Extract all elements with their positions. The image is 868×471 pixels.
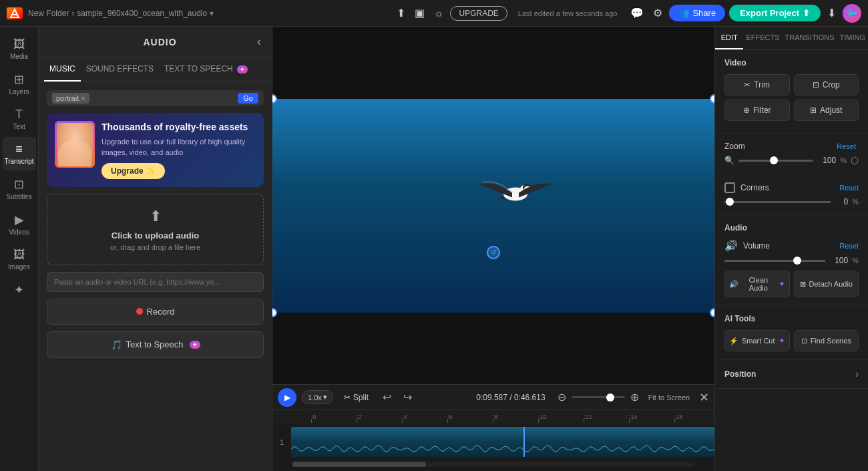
position-row: Position › <box>724 368 859 380</box>
text-to-speech-button[interactable]: 🎵 Text to Speech ✦ <box>47 331 264 358</box>
corners-thumb[interactable] <box>726 198 734 206</box>
position-chevron[interactable]: › <box>855 368 859 380</box>
chevron-down-icon[interactable]: ▾ <box>210 9 214 18</box>
zoom-timeline-track[interactable] <box>572 396 625 398</box>
upgrade-button[interactable]: UPGRADE <box>450 6 507 21</box>
detach-audio-button[interactable]: ⊠ Detach Audio <box>794 271 859 297</box>
clean-audio-button[interactable]: 🔊 Clean Audio ✦ <box>724 271 790 297</box>
trim-icon: ✂ <box>744 80 750 90</box>
handle-bottom-right[interactable] <box>710 308 714 317</box>
zoom-out-button[interactable]: ⊖ <box>558 391 566 404</box>
file-name[interactable]: sample_960x400_ocean_with_audio <box>77 9 207 18</box>
share-icon-btn[interactable]: ⬆ <box>394 4 408 22</box>
fit-screen-button[interactable]: Fit to Screen <box>644 391 694 404</box>
zoom-slider[interactable] <box>738 160 813 162</box>
redo-button[interactable]: ↪ <box>400 389 415 406</box>
share-button[interactable]: 👥 Share <box>669 5 725 21</box>
close-timeline-button[interactable]: ✕ <box>699 390 709 405</box>
sidebar-item-images[interactable]: 🖼 Images <box>3 243 36 276</box>
brightness-icon-btn[interactable]: ☼ <box>431 5 447 22</box>
tab-text-to-speech[interactable]: TEXT TO SPEECH ✦ <box>159 57 253 82</box>
zoom-reset[interactable]: Reset <box>837 142 856 150</box>
export-button[interactable]: Export Project ⬆ <box>729 5 821 21</box>
track-number: 1 <box>272 438 291 446</box>
timeline-zoom-controls: ⊖ ⊕ Fit to Screen ✕ <box>558 390 709 405</box>
sidebar-item-subtitles[interactable]: ⊡ Subtitles <box>3 172 36 206</box>
tool-row-trim-crop: ✂ Trim ⊡ Crop <box>724 74 859 96</box>
videos-icon: ▶ <box>15 212 24 227</box>
tab-timing[interactable]: TIMING <box>837 27 869 49</box>
panel-close-button[interactable]: ‹ <box>257 35 261 49</box>
volume-unit: % <box>852 257 859 265</box>
sidebar-item-transcript[interactable]: ≡ Transcript <box>3 137 36 170</box>
rotation-handle[interactable]: ↺ <box>487 246 500 259</box>
audio-section: Audio 🔊 Volume Reset 100 % 🔊 Clean Audio <box>715 215 868 306</box>
search-input[interactable] <box>93 94 234 103</box>
search-tag-close[interactable]: × <box>81 94 85 102</box>
smart-cut-button[interactable]: ⚡ Smart Cut ✦ <box>724 330 790 351</box>
play-button[interactable]: ▶ <box>278 388 296 407</box>
corners-label: Corners <box>740 183 834 192</box>
upload-sub: or, drag and drop a file here <box>110 243 200 251</box>
ruler-mark: :2 <box>357 414 402 420</box>
avatar[interactable]: 🐦 <box>843 4 861 23</box>
volume-reset[interactable]: Reset <box>839 242 859 250</box>
record-button[interactable]: Record <box>47 299 264 325</box>
timeline-scrollbar[interactable] <box>292 462 694 467</box>
comment-icon-btn[interactable]: 💬 <box>628 4 646 22</box>
track-clip[interactable] <box>291 427 714 457</box>
corners-slider[interactable] <box>724 201 831 203</box>
sidebar-item-media[interactable]: 🖼 Media <box>3 32 36 65</box>
tab-sound-effects[interactable]: SOUND EFFECTS <box>81 57 159 82</box>
topbar: New Folder › sample_960x400_ocean_with_a… <box>0 0 868 27</box>
subtitles-icon: ⊡ <box>14 177 24 192</box>
handle-top-right[interactable] <box>710 94 714 104</box>
promo-upgrade-button[interactable]: Upgrade ✨ <box>101 163 165 179</box>
monitor-icon-btn[interactable]: ▣ <box>412 4 427 22</box>
upload-audio-area[interactable]: ⬆ Click to upload audio or, drag and dro… <box>47 194 264 265</box>
panel-title: AUDIO <box>63 37 257 47</box>
url-input[interactable] <box>47 272 264 292</box>
search-go-button[interactable]: Go <box>238 93 258 104</box>
trim-button[interactable]: ✂ Trim <box>724 74 790 96</box>
adjust-button[interactable]: ⊞ Adjust <box>794 100 859 121</box>
panel-tabs: MUSIC SOUND EFFECTS TEXT TO SPEECH ✦ <box>39 57 272 82</box>
corners-section: Corners Reset 0 % <box>715 174 868 215</box>
tab-effects[interactable]: EFFECTS <box>743 27 782 49</box>
timeline-scroll-thumb[interactable] <box>292 462 426 467</box>
volume-slider[interactable] <box>724 260 825 262</box>
lightning-icon: ⚡ <box>729 337 738 345</box>
playhead[interactable] <box>523 427 525 457</box>
tab-transitions[interactable]: TRANSITIONS <box>783 27 837 49</box>
main-layout: 🖼 Media ⊞ Layers T Text ≡ Transcript ⊡ S… <box>0 27 868 471</box>
waveform-svg <box>291 442 714 456</box>
chevron-down-icon: ▾ <box>323 393 327 402</box>
speed-button[interactable]: 1.0x ▾ <box>302 390 333 404</box>
tab-music[interactable]: MUSIC <box>44 57 81 82</box>
sidebar-item-layers[interactable]: ⊞ Layers <box>3 67 36 101</box>
ruler-mark: :4 <box>402 414 447 420</box>
filter-button[interactable]: ⊕ Filter <box>724 100 790 121</box>
sidebar-item-videos[interactable]: ▶ Videos <box>3 207 36 241</box>
timeline-tracks: 1 <box>272 424 714 471</box>
download-icon-btn[interactable]: ⬇ <box>825 4 839 22</box>
track-content[interactable] <box>291 427 714 457</box>
zoom-thumb[interactable] <box>770 156 778 164</box>
corners-reset[interactable]: Reset <box>839 184 859 192</box>
sidebar-item-effects[interactable]: ✦ <box>3 277 36 304</box>
tab-edit[interactable]: EDIT <box>715 27 743 49</box>
folder-name[interactable]: New Folder <box>28 9 69 18</box>
undo-button[interactable]: ↩ <box>379 389 395 406</box>
crop-icon: ⊡ <box>813 80 819 90</box>
split-button[interactable]: ✂ Split <box>339 391 374 404</box>
crop-button[interactable]: ⊡ Crop <box>794 74 859 96</box>
corners-value: 0 <box>835 197 848 206</box>
find-scenes-button[interactable]: ⊡ Find Scenes <box>794 330 859 351</box>
ruler-mark: :10 <box>538 414 584 420</box>
settings-icon-btn[interactable]: ⚙ <box>650 4 665 22</box>
sidebar-item-text[interactable]: T Text <box>3 102 36 136</box>
zoom-timeline-thumb[interactable] <box>606 394 614 402</box>
volume-thumb[interactable] <box>793 257 801 265</box>
zoom-expand-icon[interactable]: ⬡ <box>851 155 859 166</box>
zoom-in-button[interactable]: ⊕ <box>630 391 639 404</box>
